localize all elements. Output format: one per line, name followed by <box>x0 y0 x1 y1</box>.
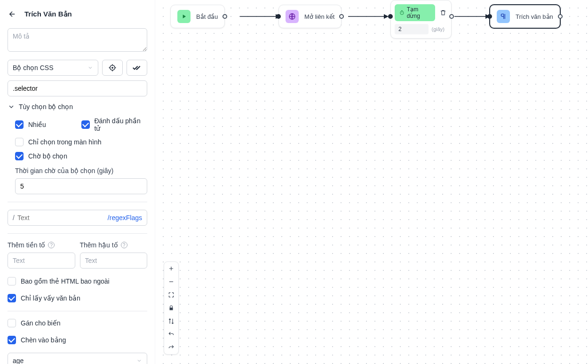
arrange-icon <box>168 318 175 324</box>
zoom-in-button[interactable] <box>164 262 178 275</box>
node-input-port[interactable] <box>487 14 492 19</box>
checkbox-multiple[interactable]: Nhiều <box>15 117 81 132</box>
regex-pattern-input[interactable] <box>17 214 108 222</box>
wait-timeout-input[interactable] <box>15 178 147 194</box>
node-output-port[interactable] <box>558 14 563 19</box>
suffix-label: Thêm hậu tố ? <box>80 241 148 249</box>
double-check-icon <box>132 64 142 71</box>
checkbox-viewport-only[interactable]: Chỉ chọn trong màn hình <box>15 138 147 146</box>
help-icon[interactable]: ? <box>48 242 55 248</box>
verify-selector-button[interactable] <box>127 60 147 76</box>
zoom-out-button[interactable] <box>164 275 178 288</box>
node-output-port[interactable] <box>449 14 454 19</box>
pause-unit: (giây) <box>431 26 447 32</box>
checkbox-insert-table[interactable]: Chèn vào bảng <box>8 336 147 344</box>
back-button[interactable] <box>8 9 17 19</box>
trash-icon <box>440 9 446 16</box>
selector-type-dropdown[interactable]: Bộ chọn CSS <box>8 60 98 76</box>
node-pause[interactable]: Tạm dừng 2 (giây) <box>390 0 452 39</box>
plus-icon <box>168 265 175 272</box>
prefix-input[interactable] <box>8 253 75 269</box>
undo-button[interactable] <box>164 328 178 341</box>
checkbox-text-only[interactable]: Chỉ lấy vấy văn bản <box>8 294 147 302</box>
help-icon[interactable]: ? <box>121 242 127 248</box>
canvas-toolbar <box>164 261 179 355</box>
regex-slash: / <box>13 214 15 222</box>
divider <box>8 202 147 202</box>
expand-icon <box>168 292 175 298</box>
properties-panel: Trích Văn Bản Bộ chọn CSS Tùy chọn bộ ch… <box>0 0 155 364</box>
play-icon <box>177 10 191 23</box>
node-open-link[interactable]: Mở liên kết <box>278 5 342 28</box>
lock-icon <box>168 305 174 311</box>
arrange-button[interactable] <box>164 315 178 328</box>
table-column-select[interactable]: age <box>8 353 147 364</box>
node-input-port[interactable] <box>276 14 281 19</box>
checkbox-highlight[interactable]: Đánh dấu phần tử <box>81 117 148 132</box>
fit-view-button[interactable] <box>164 288 178 301</box>
panel-title: Trích Văn Bản <box>24 10 72 18</box>
node-label: Bắt đầu <box>196 13 218 20</box>
chevron-down-icon <box>8 103 15 111</box>
checkbox-wait-selector[interactable]: Chờ bộ chọn <box>15 152 147 160</box>
node-input-port[interactable] <box>388 14 393 19</box>
regex-flags-link[interactable]: /regexFlags <box>108 214 142 222</box>
crosshair-icon <box>108 63 117 72</box>
pause-badge: Tạm dừng <box>395 4 435 21</box>
workflow-canvas[interactable]: Bắt đầu Mở liên kết Tạm dừng <box>155 0 588 364</box>
checkbox-assign-variable[interactable]: Gán cho biến <box>8 319 147 327</box>
target-picker-button[interactable] <box>102 60 123 76</box>
node-label: Trích văn bản <box>516 13 553 20</box>
node-output-port[interactable] <box>339 14 344 19</box>
table-column-value: age <box>13 357 24 364</box>
selector-input[interactable] <box>8 80 147 96</box>
delete-node-button[interactable] <box>439 8 447 17</box>
divider <box>8 233 147 234</box>
redo-icon <box>168 344 175 351</box>
node-extract-text[interactable]: Trích văn bản <box>489 4 561 29</box>
selector-options-toggle[interactable]: Tùy chọn bộ chọn <box>8 103 147 111</box>
paragraph-icon <box>497 10 510 23</box>
wait-timeout-label: Thời gian chờ của bộ chọn (giây) <box>8 167 147 174</box>
redo-button[interactable] <box>164 341 178 354</box>
pause-value[interactable]: 2 <box>395 24 429 34</box>
divider <box>8 311 147 311</box>
stopwatch-icon <box>399 10 405 16</box>
undo-icon <box>168 331 175 338</box>
minus-icon <box>168 278 175 285</box>
svg-point-1 <box>112 67 113 68</box>
node-start[interactable]: Bắt đầu <box>170 5 225 28</box>
checkbox-include-html[interactable]: Bao gồm thẻ HTML bao ngoài <box>8 277 147 285</box>
regex-input-row[interactable]: / /regexFlags <box>8 210 147 226</box>
lock-button[interactable] <box>164 301 178 315</box>
description-input[interactable] <box>8 28 147 52</box>
chevron-down-icon <box>136 358 142 364</box>
node-label: Mở liên kết <box>304 13 334 20</box>
node-output-port[interactable] <box>222 14 227 19</box>
prefix-label: Thêm tiền tố ? <box>8 241 75 249</box>
globe-icon <box>286 10 299 23</box>
selector-type-label: Bộ chọn CSS <box>13 64 53 71</box>
chevron-down-icon <box>87 65 93 71</box>
selector-options-label: Tùy chọn bộ chọn <box>19 103 73 111</box>
suffix-input[interactable] <box>80 253 148 269</box>
